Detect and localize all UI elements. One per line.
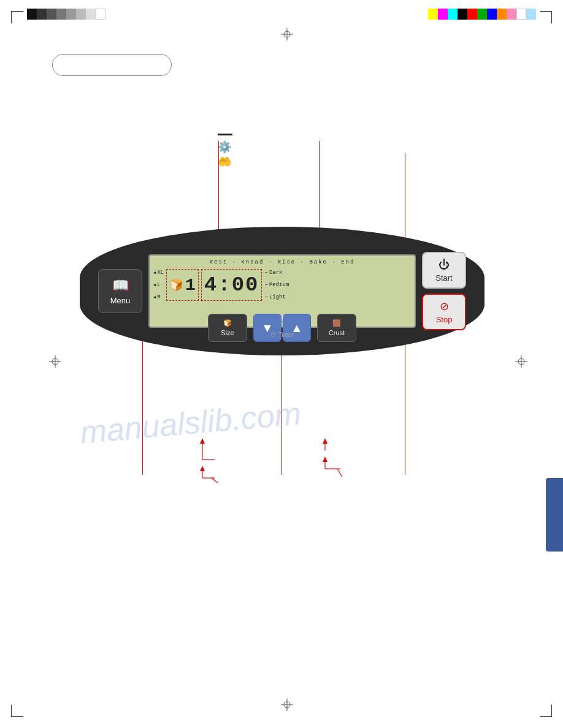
- book-icon: 📖: [112, 278, 129, 294]
- corner-mark-bottom-right: [540, 705, 552, 717]
- bottom-buttons: 🍞 Size ▼ ▲ 🟫 Crust ⏱ Timer: [80, 314, 484, 342]
- lcd-top-row: Rest · Knead · Rise · Bake · End: [153, 258, 411, 265]
- icon-line: [218, 134, 232, 135]
- color-swatch-orange: [497, 9, 507, 20]
- color-swatch-magenta: [438, 9, 448, 20]
- gray-swatch-7: [86, 9, 96, 20]
- loaf-icon: 🍞: [223, 319, 232, 327]
- dash-dark: –: [264, 270, 267, 276]
- crust-icon: 🟫: [332, 319, 341, 327]
- timer-label: ⏱ Timer: [270, 332, 294, 338]
- crosshair-right-mid: [515, 355, 527, 370]
- arrow-l: ◀: [153, 282, 156, 287]
- crosshair-top-center: [281, 28, 293, 43]
- lcd-time-display: 4:00: [201, 269, 262, 301]
- annotation-bracket-right: [307, 435, 356, 484]
- color-bar: [428, 9, 536, 20]
- svg-marker-17: [200, 466, 205, 471]
- color-swatch-white: [516, 9, 526, 20]
- color-swatch-red: [467, 9, 477, 20]
- size-button[interactable]: 🍞 Size: [208, 314, 247, 342]
- annotation-line-v6: [405, 334, 405, 475]
- top-capsule: [52, 54, 172, 76]
- lcd-program-box: 🍞 1: [166, 269, 199, 301]
- annotation-line-v4: [142, 334, 143, 475]
- lcd-program-number: 1: [185, 276, 196, 295]
- arrow-xl: ◀: [153, 270, 156, 275]
- lcd-label-l: ◀ L: [153, 282, 164, 288]
- gray-swatch-2: [37, 9, 47, 20]
- lcd-left-labels: ◀ XL ◀ L ◀ M: [153, 267, 164, 303]
- power-icon: ⏻: [439, 259, 450, 271]
- blue-side-tab: [546, 478, 563, 552]
- color-swatch-green: [477, 9, 487, 20]
- color-swatch-lightblue: [526, 9, 536, 20]
- timer-text: Timer: [278, 332, 294, 338]
- lcd-label-medium: – Medium: [264, 282, 289, 288]
- color-swatch-black: [458, 9, 467, 20]
- machine-panel: 📖 Menu Rest · Knead · Rise · Bake · End …: [80, 227, 484, 355]
- lcd-label-dark: – Dark: [264, 270, 289, 276]
- lcd-middle: ◀ XL ◀ L ◀ M 🍞 1: [153, 267, 411, 303]
- hands-icon: 🤲: [218, 155, 232, 169]
- svg-marker-23: [323, 438, 327, 444]
- color-swatch-pink: [507, 9, 516, 20]
- annotation-bracket-left: [178, 435, 227, 484]
- corner-mark-top-right: [540, 11, 552, 23]
- corner-mark-bottom-left: [11, 705, 23, 717]
- svg-marker-24: [323, 457, 327, 462]
- crosshair-left-mid: [49, 355, 61, 370]
- dash-light: –: [264, 294, 267, 300]
- annotation-line-v2: [319, 141, 320, 236]
- lcd-right-labels: – Dark – Medium – Light: [264, 267, 289, 303]
- color-swatch-yellow: [428, 9, 438, 20]
- start-button-label: Start: [435, 273, 452, 282]
- gray-swatch-4: [56, 9, 66, 20]
- menu-button[interactable]: 📖 Menu: [98, 269, 142, 313]
- gray-swatch-6: [76, 9, 86, 20]
- lcd-label-light: – Light: [264, 294, 289, 300]
- gray-swatch-3: [47, 9, 56, 20]
- color-swatch-blue: [487, 9, 497, 20]
- start-button[interactable]: ⏻ Start: [422, 252, 466, 289]
- svg-line-18: [212, 478, 218, 483]
- annotation-line-v1: [218, 141, 219, 236]
- annotation-line-v3: [405, 153, 405, 239]
- timer-clock-icon: ⏱: [270, 332, 277, 338]
- crosshair-bottom-center: [281, 699, 293, 713]
- beater-icon: ⚙️: [218, 140, 232, 154]
- size-button-label: Size: [221, 329, 234, 336]
- gray-swatch-8: [96, 9, 105, 20]
- lcd-bread-icon: 🍞: [169, 278, 183, 292]
- top-icons-area: ⚙️ 🤲: [218, 134, 232, 169]
- lcd-label-xl: ◀ XL: [153, 270, 164, 276]
- lcd-label-m: ◀ M: [153, 294, 164, 300]
- gray-swatch-5: [66, 9, 76, 20]
- menu-button-label: Menu: [110, 296, 131, 305]
- arrow-m: ◀: [153, 295, 156, 300]
- svg-marker-16: [200, 438, 205, 444]
- stop-icon: ⊘: [440, 300, 449, 313]
- crust-button[interactable]: 🟫 Crust: [317, 314, 356, 342]
- gray-swatch-1: [27, 9, 37, 20]
- dash-medium: –: [264, 282, 267, 288]
- color-swatch-cyan: [448, 9, 458, 20]
- crust-button-label: Crust: [329, 329, 345, 336]
- corner-mark-top-left: [11, 11, 23, 23]
- svg-line-22: [337, 469, 342, 477]
- gray-bar: [27, 9, 105, 20]
